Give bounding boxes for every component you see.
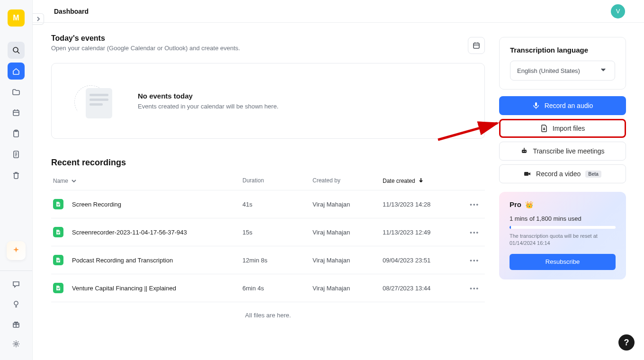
duration-cell: 12min 8s (242, 257, 313, 264)
file-icon (53, 283, 63, 293)
help-button[interactable]: ? (618, 334, 635, 351)
creator-cell: Viraj Mahajan (313, 201, 383, 208)
notes-button[interactable] (8, 146, 25, 163)
folder-icon (12, 88, 20, 96)
svg-rect-19 (474, 43, 479, 48)
col-name-label: Name (53, 178, 68, 184)
file-name: Screenrecorder-2023-11-04-17-56-37-943 (72, 229, 187, 236)
plan-name-row: Pro 👑 (510, 200, 616, 208)
lightbulb-icon (12, 300, 20, 308)
quota-note: The transcription quota will be reset at… (510, 233, 616, 247)
svg-rect-30 (524, 172, 528, 176)
trash-button[interactable] (8, 167, 25, 184)
plan-name: Pro (510, 200, 521, 208)
usage-bar (510, 226, 616, 229)
usage-text: 1 mins of 1,800 mins used (510, 215, 616, 222)
svg-point-0 (13, 47, 18, 52)
language-title: Transcription language (510, 46, 615, 54)
language-value: English (United States) (517, 67, 580, 74)
open-calendar-button[interactable] (468, 37, 485, 54)
resubscribe-button[interactable]: Resubscribe (510, 254, 616, 270)
empty-title: No events today (138, 92, 278, 100)
col-name-header[interactable]: Name (53, 177, 242, 184)
plan-card: Pro 👑 1 mins of 1,800 mins used The tran… (499, 192, 626, 279)
usage-bar-fill (510, 226, 511, 229)
file-icon (53, 199, 63, 209)
language-select[interactable]: English (United States) (510, 61, 615, 81)
duration-cell: 41s (242, 201, 313, 208)
chevron-down-icon (71, 178, 77, 184)
creator-cell: Viraj Mahajan (313, 257, 383, 264)
import-files-button[interactable]: Import files (499, 119, 626, 138)
table-row[interactable]: Screenrecorder-2023-11-04-17-56-37-943 1… (51, 218, 485, 246)
empty-illustration (72, 80, 124, 122)
events-title: Today's events (51, 34, 485, 43)
empty-subtitle: Events created in your calendar will be … (138, 103, 278, 110)
table-row[interactable]: Podcast Recording and Transcription 12mi… (51, 246, 485, 274)
microphone-icon (532, 102, 540, 109)
rail-bottom-group (0, 270, 32, 360)
record-audio-button[interactable]: Record an audio (499, 96, 626, 115)
svg-line-1 (18, 52, 19, 54)
gift-icon (12, 320, 20, 328)
video-icon (524, 170, 531, 178)
row-actions-button[interactable]: ••• (470, 229, 483, 236)
workspace-logo[interactable]: M (8, 9, 25, 27)
settings-button[interactable] (8, 335, 25, 352)
calendar-icon (473, 42, 480, 49)
document-icon (12, 150, 20, 159)
row-actions-button[interactable]: ••• (470, 285, 483, 292)
file-name: Venture Capital Financing || Explained (72, 285, 176, 292)
left-nav-rail: M (0, 0, 33, 360)
duration-cell: 6min 4s (242, 285, 313, 292)
creator-cell: Viraj Mahajan (313, 285, 383, 292)
transcribe-live-button[interactable]: Transcribe live meetings (499, 142, 626, 161)
svg-rect-23 (535, 102, 537, 106)
file-import-icon (540, 125, 548, 132)
tips-button[interactable] (8, 296, 25, 313)
clipboard-button[interactable] (8, 125, 25, 142)
svg-point-26 (523, 151, 524, 152)
creator-cell: Viraj Mahajan (313, 229, 383, 236)
feedback-button[interactable] (8, 276, 25, 293)
col-date-header[interactable]: Date created (383, 177, 463, 184)
gifts-button[interactable] (8, 315, 25, 333)
svg-point-12 (14, 301, 18, 305)
recordings-table: Name Duration Created by Date created Sc… (51, 177, 485, 302)
record-video-label: Record a video (536, 170, 581, 178)
table-header: Name Duration Created by Date created (51, 177, 485, 190)
transcribe-live-label: Transcribe live meetings (533, 147, 604, 155)
chat-icon (12, 280, 20, 288)
col-date-label: Date created (383, 178, 415, 184)
record-video-button[interactable]: Record a video Beta (499, 164, 626, 183)
col-creator-header[interactable]: Created by (313, 177, 383, 184)
date-cell: 09/04/2023 23:51 (383, 257, 463, 264)
arrow-down-icon (418, 177, 424, 184)
table-row[interactable]: Screen Recording 41s Viraj Mahajan 11/13… (51, 190, 485, 218)
calendar-nav-button[interactable] (8, 104, 25, 121)
home-icon (12, 67, 20, 75)
home-button[interactable] (8, 63, 25, 80)
language-panel: Transcription language English (United S… (499, 37, 626, 90)
files-button[interactable] (8, 83, 25, 100)
svg-point-27 (525, 151, 526, 152)
search-button[interactable] (8, 42, 25, 59)
trash-icon (12, 171, 20, 180)
events-empty-card: No events today Events created in your c… (51, 63, 485, 139)
row-actions-button[interactable]: ••• (470, 257, 483, 264)
avatar[interactable]: V (611, 4, 625, 18)
ai-assistant-button[interactable] (7, 241, 26, 260)
svg-point-18 (15, 343, 18, 345)
bot-icon (520, 147, 528, 155)
row-actions-button[interactable]: ••• (470, 201, 483, 208)
date-cell: 11/13/2023 14:28 (383, 201, 463, 208)
main-content: Today's events Open your calendar (Googl… (51, 34, 485, 319)
col-duration-header[interactable]: Duration (242, 177, 313, 184)
date-cell: 11/13/2023 12:49 (383, 229, 463, 236)
import-files-label: Import files (553, 125, 585, 132)
right-panel: Transcription language English (United S… (499, 37, 626, 279)
file-name: Screen Recording (72, 201, 121, 208)
clipboard-icon (12, 129, 20, 138)
calendar-icon (12, 108, 20, 117)
table-row[interactable]: Venture Capital Financing || Explained 6… (51, 274, 485, 302)
